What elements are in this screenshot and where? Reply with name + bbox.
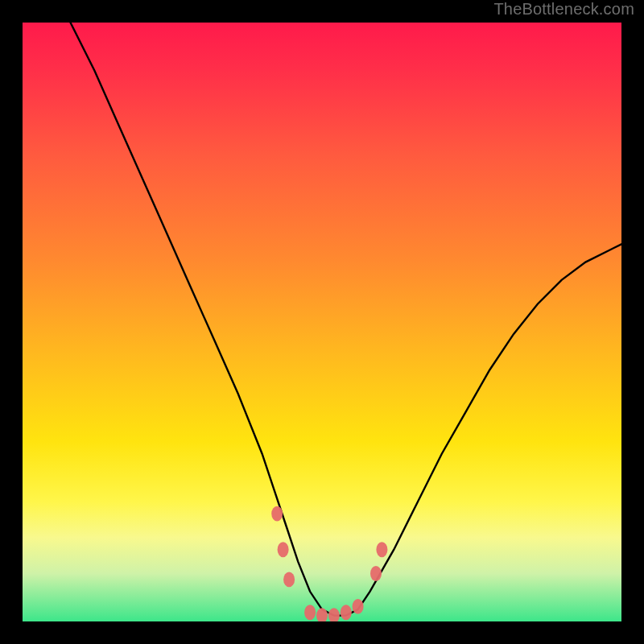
curve-marker xyxy=(370,566,382,581)
curve-marker xyxy=(376,542,387,557)
chart-stage: TheBottleneck.com xyxy=(0,0,644,644)
curve-marker xyxy=(316,608,328,621)
curve-marker xyxy=(278,542,289,557)
watermark-text: TheBottleneck.com xyxy=(493,0,634,19)
curve-marker xyxy=(341,605,352,620)
plot-area xyxy=(23,23,621,621)
curve-marker xyxy=(304,605,316,620)
curve-marker xyxy=(283,572,295,587)
bottleneck-curve xyxy=(71,23,622,616)
curve-layer xyxy=(23,23,621,621)
curve-marker xyxy=(328,608,340,621)
curve-marker xyxy=(353,599,364,614)
curve-markers xyxy=(271,506,387,621)
curve-marker xyxy=(271,506,283,522)
